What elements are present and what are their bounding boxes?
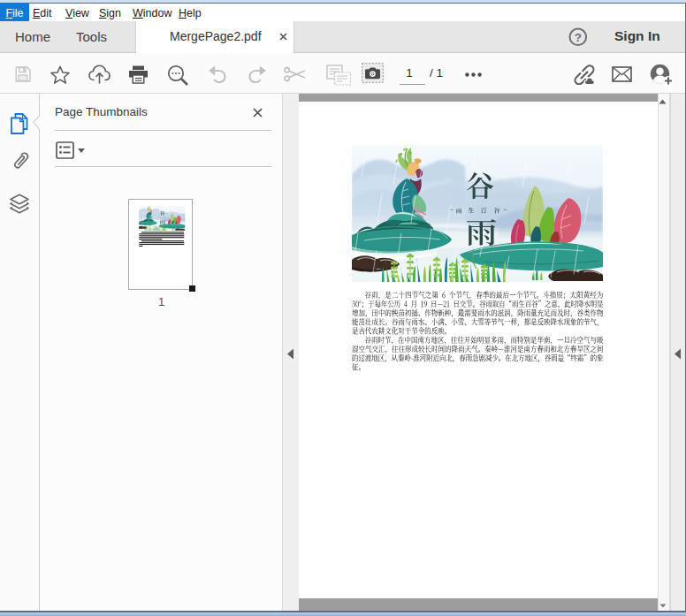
svg-text:?: ? (575, 31, 582, 44)
